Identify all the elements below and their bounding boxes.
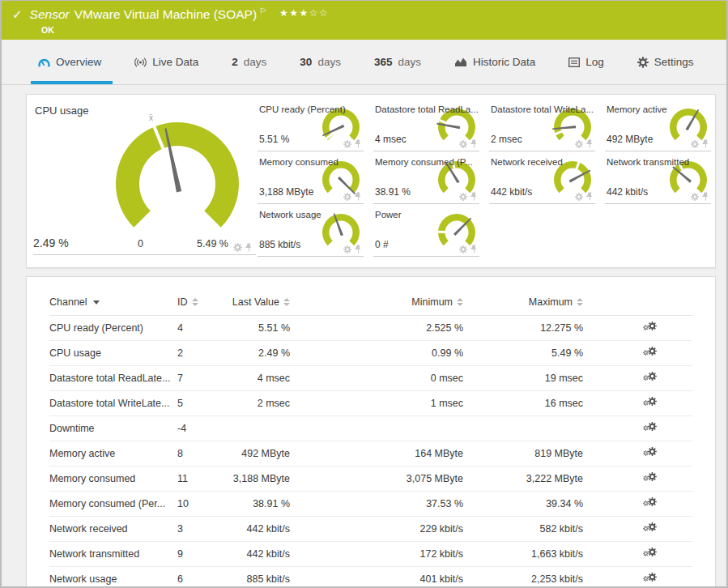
gear-icon <box>643 497 649 509</box>
channel-id-cell: 8 <box>177 441 210 467</box>
channel-settings-icon[interactable] <box>643 372 657 382</box>
tab-historic-data[interactable]: Historic Data <box>454 40 535 84</box>
gear-icon <box>648 372 657 383</box>
gauge-card[interactable]: Memory consumed (P... 38.91 % <box>373 156 479 204</box>
live-broadcast-icon <box>134 58 147 67</box>
tab-label: days <box>244 56 267 68</box>
gauge-settings-gear-icon[interactable] <box>343 245 351 254</box>
gauge-pin-icon[interactable] <box>470 139 478 148</box>
gauge-pin-icon[interactable] <box>586 192 594 201</box>
column-header-maximum[interactable]: Maximum <box>463 296 583 308</box>
gauge-pin-icon[interactable] <box>355 139 362 148</box>
tab-live-data[interactable]: Live Data <box>134 40 198 84</box>
divider <box>33 254 256 255</box>
column-label: Maximum <box>529 296 573 308</box>
gauge-pin-icon[interactable] <box>245 243 253 252</box>
channel-settings-icon[interactable] <box>643 397 657 407</box>
gear-icon <box>648 497 657 509</box>
channel-row: Network received 3 442 kbit/s 229 kbit/s… <box>49 517 692 542</box>
gauge-settings-gear-icon[interactable] <box>691 193 699 201</box>
sensor-title-row: ✓ Sensor VMware Virtual Machine (SOAP) ⚐… <box>12 7 726 22</box>
sensor-title: VMware Virtual Machine (SOAP) <box>75 7 257 22</box>
channel-actions-cell <box>583 391 692 416</box>
channel-id-cell: 2 <box>177 341 210 366</box>
tab-label: days <box>317 56 341 68</box>
column-header-channel[interactable]: Channel <box>49 296 177 308</box>
gauge-card[interactable]: Power 0 # <box>373 208 479 257</box>
channel-settings-icon[interactable] <box>643 522 657 533</box>
gauge-title: Memory consumed (P... <box>375 157 473 167</box>
column-header-last-value[interactable]: Last Value <box>210 296 290 308</box>
gauge-card[interactable]: Network usage 885 kbit/s <box>258 208 364 257</box>
column-header-minimum[interactable]: Minimum <box>290 296 463 308</box>
gauge-settings-gear-icon[interactable] <box>459 193 467 201</box>
channel-settings-icon[interactable] <box>643 322 657 332</box>
gauge-title: Memory consumed <box>259 157 338 167</box>
channel-maximum-cell: 1,663 kbit/s <box>463 542 583 567</box>
gauge-card[interactable]: Network transmitted 442 kbit/s <box>605 156 711 204</box>
tab-label: days <box>398 56 421 68</box>
channel-maximum-cell: 3,222 MByte <box>463 467 583 492</box>
tab-settings[interactable]: Settings <box>637 40 694 84</box>
tab-label: Historic Data <box>473 56 535 68</box>
gear-icon <box>643 447 649 458</box>
gauge-title: CPU usage <box>35 104 88 117</box>
tab-label: Overview <box>56 56 101 68</box>
gauges-panel: CPU usage x̄ 2.49 % 0 5.49 % CPU ready (… <box>26 94 716 268</box>
tab-overview[interactable]: Overview <box>38 40 101 84</box>
channel-settings-icon[interactable] <box>643 447 657 458</box>
channel-settings-icon[interactable] <box>643 497 657 508</box>
gauge-settings-gear-icon[interactable] <box>233 243 242 252</box>
gauge-card[interactable]: CPU ready (Percent) 5.51 % <box>258 103 364 151</box>
channel-maximum-cell <box>463 416 583 441</box>
gauge-card[interactable]: Memory active 492 MByte <box>605 103 711 151</box>
channel-settings-icon[interactable] <box>643 472 657 483</box>
tab-2-days[interactable]: 2 days <box>232 40 266 84</box>
gauge-settings-gear-icon[interactable] <box>343 140 351 148</box>
gauge-pin-icon[interactable] <box>355 245 362 254</box>
channel-settings-icon[interactable] <box>643 422 657 432</box>
gauge-card-actions <box>691 139 709 148</box>
gauge-settings-gear-icon[interactable] <box>343 193 351 201</box>
gauge-card[interactable]: Network received 442 kbit/s <box>489 156 595 204</box>
gauge-card-cpu-usage[interactable]: CPU usage x̄ 2.49 % 0 5.49 % <box>27 95 258 267</box>
gauge-settings-gear-icon[interactable] <box>691 140 699 148</box>
gauge-settings-gear-icon[interactable] <box>459 140 467 148</box>
gauge-icon <box>38 57 50 68</box>
channel-id-cell: 9 <box>177 542 210 567</box>
gauge-settings-gear-icon[interactable] <box>459 245 467 254</box>
gauge-card[interactable]: Datastore total ReadLa... 4 msec <box>373 103 479 151</box>
gauge-card[interactable]: Memory consumed 3,188 MByte <box>258 156 364 204</box>
channel-actions-cell <box>583 416 692 441</box>
column-label: Minimum <box>411 296 453 308</box>
tab-log[interactable]: Log <box>568 40 604 84</box>
channel-settings-icon[interactable] <box>643 548 657 558</box>
gauge-card[interactable]: Datastore total WriteLa... 2 msec <box>489 103 595 151</box>
tab-label: Settings <box>654 56 694 68</box>
tab-30-days[interactable]: 30 days <box>300 40 341 84</box>
gauge-pin-icon[interactable] <box>470 192 478 201</box>
gear-icon <box>643 322 649 333</box>
channel-minimum-cell: 3,075 MByte <box>290 467 463 492</box>
column-header-id[interactable]: ID <box>177 296 210 308</box>
gauge-pin-icon[interactable] <box>470 245 478 254</box>
gauge-pin-icon[interactable] <box>702 139 709 148</box>
gauge-settings-gear-icon[interactable] <box>575 193 583 201</box>
channel-settings-icon[interactable] <box>643 573 657 583</box>
gear-icon <box>648 397 657 408</box>
gauge-card-actions <box>233 243 253 252</box>
favorite-flag-icon[interactable]: ⚐ <box>259 6 266 15</box>
gauge-title: Power <box>375 210 402 219</box>
channel-name-cell: Memory consumed <box>49 467 177 492</box>
tab-365-days[interactable]: 365 days <box>374 40 421 84</box>
channel-id-cell: -4 <box>177 416 210 441</box>
gauge-pin-icon[interactable] <box>355 192 362 201</box>
channel-last-value-cell: 5.51 % <box>210 316 290 341</box>
channel-settings-icon[interactable] <box>643 347 657 357</box>
gauge-settings-gear-icon[interactable] <box>575 140 583 148</box>
gauge-pin-icon[interactable] <box>586 139 594 148</box>
priority-stars[interactable]: ★★★☆☆ <box>279 7 329 19</box>
channel-actions-cell <box>583 366 692 391</box>
gauge-pin-icon[interactable] <box>702 192 709 201</box>
channel-minimum-cell: 172 kbit/s <box>290 542 463 567</box>
